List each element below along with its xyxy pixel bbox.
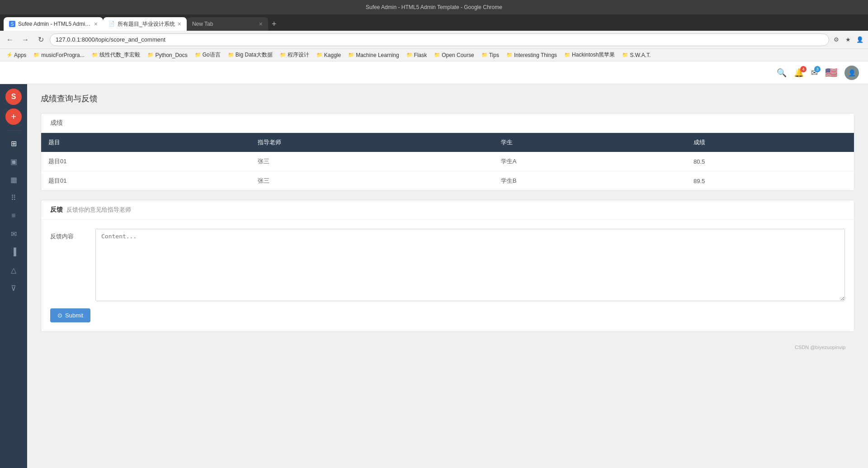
- sidebar-icon-grid[interactable]: ▦: [6, 172, 21, 187]
- score-table-header-row: 题目 指导老师 学生 成绩: [41, 133, 854, 152]
- notification-badge: 4: [800, 66, 807, 72]
- sidebar-icon-chart-bar[interactable]: ▐: [6, 245, 21, 259]
- scores-card-header: 成绩: [41, 113, 854, 133]
- feedback-content-label: 反馈内容: [50, 229, 86, 241]
- col-student: 学生: [494, 133, 686, 152]
- tab-favicon-2: 📄: [108, 21, 115, 27]
- message-badge: 3: [814, 66, 821, 72]
- col-score: 成绩: [686, 133, 854, 152]
- back-button[interactable]: ←: [4, 33, 16, 46]
- bookmark-opencourse[interactable]: 📁Open Course: [431, 51, 476, 59]
- row2-student: 学生B: [494, 171, 686, 191]
- sidebar-icon-dashboard[interactable]: ⊞: [6, 136, 21, 151]
- sidebar-icon-list[interactable]: ≡: [6, 208, 21, 223]
- bookmark-hackintosh[interactable]: 📁Hackintosh黑苹果: [561, 50, 618, 60]
- submit-button[interactable]: ⊙ Submit: [50, 308, 90, 322]
- bookmark-music[interactable]: 📁musicForProgra...: [31, 51, 87, 59]
- tab-close-1[interactable]: ×: [94, 20, 98, 28]
- notification-icon[interactable]: 🔔 4: [794, 68, 804, 78]
- bookmark-opencourse-label: Open Course: [442, 52, 474, 58]
- bookmark-interesting[interactable]: 📁Interesting Things: [504, 51, 560, 59]
- flag-icon[interactable]: 🇺🇸: [825, 67, 837, 79]
- feedback-content-input[interactable]: [95, 229, 845, 301]
- bookmark-apps-label: Apps: [14, 52, 26, 58]
- bookmark-swat-label: S.W.A.T.: [630, 52, 651, 58]
- address-icons: ⚙ ★ 👤: [832, 35, 864, 44]
- feedback-form-group: 反馈内容: [50, 229, 845, 301]
- browser-title: Sufee Admin - HTML5 Admin Template - Goo…: [366, 4, 502, 10]
- sidebar-icon-apps[interactable]: ⠿: [6, 190, 21, 205]
- url-text: 127.0.0.1:8000/topic/score_and_comment: [56, 36, 165, 43]
- topbar-right: 🔍 🔔 4 ✉ 3 🇺🇸 👤: [777, 66, 859, 80]
- user-avatar[interactable]: 👤: [844, 66, 859, 80]
- bookmark-program[interactable]: 📁程序设计: [277, 50, 312, 60]
- bookmark-interesting-label: Interesting Things: [514, 52, 557, 58]
- sidebar-icon-monitor[interactable]: ▣: [6, 154, 21, 169]
- sidebar: S + ⊞ ▣ ▦ ⠿ ≡ ✉ ▐ △ ⊽: [0, 84, 27, 468]
- extensions-icon[interactable]: ⚙: [832, 35, 841, 44]
- browser-tab-1[interactable]: S Sufee Admin - HTML5 Admin... ×: [4, 17, 103, 31]
- bookmark-kaggle-label: Kaggle: [324, 52, 341, 58]
- bookmark-python-label: Python_Docs: [155, 52, 187, 58]
- new-tab-button[interactable]: +: [268, 19, 280, 29]
- main-content: 成绩查询与反馈 成绩 题目 指导老师 学生 成绩: [27, 84, 868, 468]
- col-teacher: 指导老师: [250, 133, 493, 152]
- bookmark-star-icon[interactable]: ★: [844, 35, 853, 44]
- browser-addressbar: ← → ↻ 127.0.0.1:8000/topic/score_and_com…: [0, 31, 868, 49]
- bookmark-swat[interactable]: 📁S.W.A.T.: [619, 51, 653, 59]
- bookmark-bigdata[interactable]: 📁Big Data大数据: [225, 50, 275, 60]
- tab-close-3[interactable]: ×: [259, 20, 263, 28]
- bookmark-python[interactable]: 📁Python_Docs: [145, 51, 190, 59]
- feedback-card-body: 反馈内容 ⊙ Submit: [41, 220, 854, 331]
- feedback-subtitle: 反馈你的意见给指导老师: [66, 206, 131, 214]
- scores-card: 成绩 题目 指导老师 学生 成绩: [41, 113, 854, 191]
- browser-tabs: S Sufee Admin - HTML5 Admin... × 📄 所有题目_…: [0, 14, 868, 31]
- search-icon[interactable]: 🔍: [777, 68, 787, 78]
- profile-icon[interactable]: 👤: [855, 35, 864, 44]
- row1-topic: 题目01: [41, 152, 250, 171]
- row1-student: 学生A: [494, 152, 686, 171]
- browser-tab-3[interactable]: New Tab ×: [187, 17, 268, 31]
- browser-titlebar: Sufee Admin - HTML5 Admin Template - Goo…: [0, 0, 868, 14]
- sidebar-avatar: S: [5, 89, 22, 105]
- tab-favicon-1: S: [9, 21, 15, 27]
- bookmark-linear[interactable]: 📁线性代数_李宏毅: [89, 50, 143, 60]
- bookmark-program-label: 程序设计: [288, 51, 309, 59]
- sidebar-icon-email[interactable]: ✉: [6, 227, 21, 241]
- score-table: 题目 指导老师 学生 成绩 题目01 张三 学生A 80.5: [41, 133, 854, 190]
- bookmark-ml-label: Machine Learning: [356, 52, 399, 58]
- browser-tab-2[interactable]: 📄 所有题目_毕业设计系统 ×: [103, 17, 187, 31]
- bookmark-ml[interactable]: 📁Machine Learning: [345, 51, 401, 59]
- bookmark-flask[interactable]: 📁Flask: [404, 51, 430, 59]
- message-icon[interactable]: ✉ 3: [811, 68, 818, 78]
- sidebar-icon-chart-area[interactable]: △: [6, 263, 21, 277]
- app-topbar: 🔍 🔔 4 ✉ 3 🇺🇸 👤: [0, 61, 868, 84]
- row2-teacher: 张三: [250, 171, 493, 191]
- submit-label: Submit: [65, 312, 83, 319]
- address-bar[interactable]: 127.0.0.1:8000/topic/score_and_comment: [50, 33, 829, 46]
- forward-button[interactable]: →: [19, 33, 32, 46]
- tab-label-2: 所有题目_毕业设计系统: [118, 20, 175, 28]
- tab-label-3: New Tab: [192, 21, 256, 27]
- score-table-body: 题目01 张三 学生A 80.5 题目01 张三 学生B 89.5: [41, 152, 854, 190]
- bookmark-linear-label: 线性代数_李宏毅: [99, 51, 141, 59]
- page-title: 成绩查询与反馈: [41, 93, 854, 104]
- bookmark-go[interactable]: 📁Go语言: [192, 50, 223, 60]
- row1-score: 80.5: [686, 152, 854, 171]
- tab-label-1: Sufee Admin - HTML5 Admin...: [18, 21, 91, 27]
- sidebar-icon-filter[interactable]: ⊽: [6, 281, 21, 295]
- bookmark-apps[interactable]: ⚡Apps: [4, 51, 29, 59]
- bookmark-music-label: musicForProgra...: [41, 52, 84, 58]
- bookmark-kaggle[interactable]: 📁Kaggle: [314, 51, 344, 59]
- tab-close-2[interactable]: ×: [178, 20, 181, 28]
- bookmark-flask-label: Flask: [414, 52, 427, 58]
- sidebar-plus-button[interactable]: +: [5, 109, 22, 125]
- reload-button[interactable]: ↻: [34, 33, 47, 46]
- feedback-title: 反馈: [50, 206, 63, 214]
- row2-score: 89.5: [686, 171, 854, 191]
- scores-card-body: 题目 指导老师 学生 成绩 题目01 张三 学生A 80.5: [41, 133, 854, 190]
- bookmarks-bar: ⚡Apps 📁musicForProgra... 📁线性代数_李宏毅 📁Pyth…: [0, 49, 868, 61]
- bookmark-tips[interactable]: 📁Tips: [479, 51, 502, 59]
- app-wrapper: S + ⊞ ▣ ▦ ⠿ ≡ ✉ ▐ △ ⊽ 成绩查询与反馈 成绩: [0, 84, 868, 468]
- feedback-card: 反馈 反馈你的意见给指导老师 反馈内容 ⊙ Submit: [41, 200, 854, 332]
